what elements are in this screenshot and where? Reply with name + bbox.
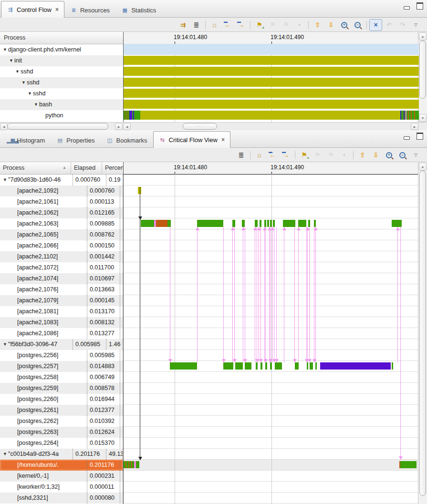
- critical-path-bar[interactable]: [242, 220, 245, 227]
- critical-path-bar[interactable]: [310, 362, 313, 370]
- critical-path-bar[interactable]: [400, 461, 417, 468]
- process-tree-row[interactable]: ▼bash: [0, 99, 123, 110]
- view-menu-button[interactable]: ▽: [409, 149, 422, 161]
- expand-toggle-icon[interactable]: ▼: [2, 44, 8, 55]
- table-row[interactable]: [apache2,1076]0.0136633.34: [0, 284, 123, 295]
- control-flow-chart[interactable]: 19:14:01.48019:14:01.490: [123, 32, 419, 123]
- process-column-header[interactable]: Process ▲: [0, 162, 71, 174]
- chart-hscrollbar[interactable]: ◀ ··· ▶: [123, 123, 418, 129]
- table-row[interactable]: ▼"7d90d83b-1d60-460.0007600.19: [0, 175, 123, 185]
- scrollbar-thumb[interactable]: [7, 123, 108, 130]
- table-row[interactable]: [postgres,2257]0.0148833.63: [0, 361, 123, 372]
- tab-bookmarks[interactable]: ◫Bookmarks: [101, 133, 153, 147]
- critical-path-bar[interactable]: [170, 362, 197, 370]
- table-row[interactable]: [postgres,2259]0.0085782.09: [0, 383, 123, 394]
- previous-event-button[interactable]: ←▬: [266, 149, 279, 161]
- zoom-in-button[interactable]: +: [383, 149, 396, 161]
- zoom-out-button[interactable]: −: [396, 149, 409, 161]
- critical-path-bar[interactable]: [320, 362, 391, 370]
- sshd-1-state-bar[interactable]: [124, 67, 419, 76]
- tab-histogram[interactable]: ▂▆▃Histogram: [1, 133, 51, 147]
- tab-close-icon[interactable]: ×: [221, 137, 225, 143]
- zoom-out-button[interactable]: −: [351, 19, 364, 31]
- table-row[interactable]: [kernel/0,-1]0.0002310.06: [0, 471, 123, 482]
- critical-path-bar[interactable]: [273, 220, 275, 227]
- table-row[interactable]: [apache2,1083]0.0081321.99: [0, 317, 123, 328]
- init-state-bar[interactable]: [124, 56, 419, 65]
- process-tree-row[interactable]: ▼sshd: [0, 66, 123, 77]
- table-row[interactable]: [apache2,1081]0.0131703.22: [0, 306, 123, 317]
- expand-toggle-icon[interactable]: ▼: [21, 77, 27, 88]
- show-legend-button[interactable]: ≣: [235, 149, 248, 161]
- table-row[interactable]: [postgres,2258]0.0067491.65: [0, 372, 123, 383]
- python-state-bar[interactable]: [415, 111, 419, 120]
- sshd-2-state-bar[interactable]: [124, 78, 419, 87]
- scroll-down-icon[interactable]: ▼: [419, 114, 427, 122]
- tab-statistics[interactable]: ▦Statistics: [115, 2, 162, 17]
- move-down-button[interactable]: ⇩: [324, 19, 337, 31]
- move-down-button[interactable]: ⇩: [369, 149, 382, 161]
- table-row[interactable]: [apache2,1065]0.0087622.14: [0, 229, 123, 240]
- expand-toggle-icon[interactable]: ▼: [8, 55, 14, 66]
- reset-time-range-button[interactable]: ⌂: [253, 149, 266, 161]
- table-row[interactable]: [apache2,1063]0.0098852.41: [0, 218, 123, 229]
- maximize-button[interactable]: [417, 4, 423, 10]
- tab-critical-flow-view[interactable]: ⇆Critical Flow View×: [153, 131, 230, 148]
- process-tree-row[interactable]: ▼sshd: [0, 77, 123, 88]
- table-row[interactable]: [apache2,1086]0.0132773.24: [0, 328, 123, 339]
- critical-path-bar[interactable]: [260, 220, 261, 227]
- table-row[interactable]: [apache2,1074]0.0106972.61: [0, 273, 123, 284]
- critical-path-bar[interactable]: [167, 220, 171, 227]
- process-tree-row[interactable]: python: [0, 110, 123, 121]
- critical-path-bar[interactable]: [315, 362, 317, 370]
- critical-path-bar[interactable]: [260, 362, 262, 370]
- table-row[interactable]: [apache2,1079]0.0001450.04: [0, 295, 123, 306]
- bash-state-bar[interactable]: [124, 100, 419, 109]
- scroll-up-icon[interactable]: ▲: [419, 163, 427, 171]
- critical-path-bar[interactable]: [298, 220, 306, 227]
- scrollbar-thumb[interactable]: [419, 41, 426, 99]
- critical-path-bar[interactable]: [256, 362, 258, 370]
- crossed-arrows-toggle-button[interactable]: ×: [369, 19, 382, 31]
- table-row[interactable]: [postgres,2264]0.0153703.75: [0, 438, 123, 449]
- critical-path-bar[interactable]: [235, 362, 243, 370]
- process-tree-row[interactable]: ▼init: [0, 55, 123, 66]
- percent-column-header[interactable]: Percent: [102, 162, 123, 174]
- elapsed-column-header[interactable]: Elapsed: [71, 162, 102, 174]
- previous-event-button[interactable]: ←▬: [221, 19, 234, 31]
- critical-path-bar[interactable]: [264, 220, 266, 227]
- critical-path-bar[interactable]: [283, 220, 295, 227]
- critical-path-bar[interactable]: [295, 362, 299, 370]
- table-row[interactable]: [postgres,2262]0.0103922.54: [0, 416, 123, 427]
- process-tree-row[interactable]: ▼django-client.phd.vm/kernel: [0, 44, 123, 55]
- process-tree-row[interactable]: ▼sshd: [0, 88, 123, 99]
- move-up-button[interactable]: ⇧: [356, 149, 369, 161]
- python-state-bar[interactable]: [140, 111, 400, 120]
- minimize-button[interactable]: [403, 134, 410, 140]
- scrollbar-thumb[interactable]: [419, 171, 426, 496]
- critical-path-bar[interactable]: [223, 362, 233, 370]
- table-row[interactable]: [apache2,1066]0.0001500.04: [0, 240, 123, 251]
- critical-path-bar[interactable]: [392, 220, 402, 227]
- tree-hscrollbar[interactable]: ◀ ▶: [0, 123, 123, 129]
- add-bookmark-button[interactable]: ⚑+: [253, 19, 266, 31]
- tab-properties[interactable]: ▤Properties: [51, 133, 100, 147]
- critical-path-bar[interactable]: [136, 461, 139, 468]
- table-row[interactable]: [apache2,1072]0.0117002.86: [0, 262, 123, 273]
- critical-path-bar[interactable]: [392, 362, 393, 370]
- scroll-left-icon[interactable]: ◀: [0, 123, 8, 130]
- critical-path-bar[interactable]: [307, 362, 308, 370]
- critical-path-bar[interactable]: [141, 220, 154, 227]
- time-axis[interactable]: 19:14:01.48019:14:01.490: [124, 32, 419, 44]
- table-row[interactable]: [apache2,1062]0.0121652.97: [0, 207, 123, 218]
- critical-path-bar[interactable]: [156, 220, 167, 227]
- expand-toggle-icon[interactable]: ▼: [2, 339, 8, 350]
- table-row[interactable]: [kworker/0:1,32]0.0000110.00: [0, 482, 123, 493]
- table-row[interactable]: [sshd,2321]0.0000800.02: [0, 493, 123, 504]
- table-row[interactable]: [apache2,1102]0.0014420.35: [0, 251, 123, 262]
- table-row[interactable]: [apache2,1061]0.0001130.03: [0, 196, 123, 207]
- scroll-left-icon[interactable]: ◀: [123, 123, 131, 130]
- expand-toggle-icon[interactable]: ▼: [2, 449, 8, 460]
- critical-path-bar[interactable]: [232, 220, 235, 227]
- minimize-button[interactable]: [403, 4, 410, 10]
